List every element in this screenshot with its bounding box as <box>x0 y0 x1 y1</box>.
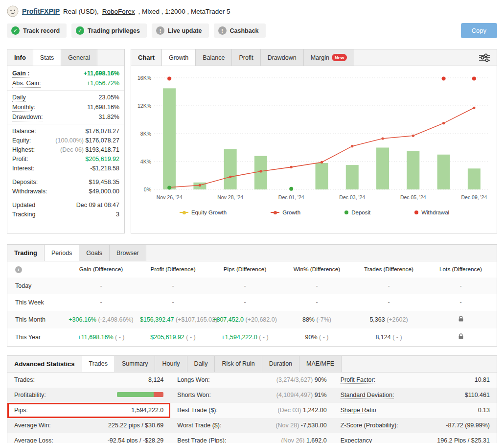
value-text: 10.81 <box>475 376 490 383</box>
tab-periods[interactable]: Periods <box>44 245 79 261</box>
tab-summary[interactable]: Summary <box>115 356 155 372</box>
tab-general[interactable]: General <box>61 49 97 66</box>
info-icon[interactable]: i <box>15 266 22 273</box>
tab-label: General <box>68 54 90 61</box>
copy-button[interactable]: Copy <box>461 23 497 38</box>
bar-nov-29 <box>254 156 267 189</box>
value-text: $176,078.27 <box>85 128 119 135</box>
legend-growth[interactable]: Growth <box>271 210 300 215</box>
legend-label: Equity Growth <box>191 210 227 215</box>
deposit-marker <box>289 187 293 191</box>
legend-equity-growth[interactable]: Equity Growth <box>180 210 227 215</box>
period-cell: 5,363 (+2602) <box>353 311 425 328</box>
badge-cashback[interactable]: !Cashback <box>214 23 266 38</box>
period-cell: - <box>281 278 353 294</box>
panel-title-info: Info <box>7 49 33 66</box>
y-tick-label: 4K% <box>140 159 151 164</box>
value-prefix: (3,274/3,627) <box>276 376 315 383</box>
badges-row: ✓Track record✓Trading privileges!Live up… <box>7 23 497 38</box>
cell-value: - <box>388 282 389 289</box>
period-cell: - <box>353 294 425 311</box>
stats-label: Trades: <box>14 376 35 383</box>
period-cell: 8,124 ( - ) <box>353 328 425 346</box>
tab-goals[interactable]: Goals <box>79 245 109 261</box>
cell-value: +306.16% <box>69 316 96 323</box>
tab-label: MAE/MFE <box>306 360 334 367</box>
value-text: 1,692.0 <box>306 437 327 443</box>
period-cell: +807,452.0 (+20,682.0) <box>209 311 281 328</box>
info-value: 11,698.16% <box>87 103 119 111</box>
value-text: 225.22 pips / $30.69 <box>108 422 163 429</box>
info-label: Daily <box>12 93 26 102</box>
stats-row-profitability: Profitability: <box>7 388 170 403</box>
account-name-link[interactable]: ProfitFXPIP <box>22 7 60 15</box>
value-prefix: (Nov 26) <box>281 437 306 443</box>
lock-icon <box>458 333 464 340</box>
cell-value: $156,392.47 <box>140 316 174 323</box>
stats-row-average-win: Average Win:225.22 pips / $30.69 <box>7 418 170 433</box>
tab-label: Hourly <box>162 360 180 367</box>
cell-value: $205,619.92 <box>150 334 184 341</box>
profitability-red-bar <box>154 392 163 397</box>
info-value: 31.82% <box>99 113 119 121</box>
growth-point <box>381 137 384 140</box>
tab-risk-of-ruin[interactable]: Risk of Ruin <box>214 356 261 372</box>
x-tick-label: Dec 09, '24 <box>461 194 487 200</box>
bar-dec-02 <box>316 163 328 189</box>
check-icon: ✓ <box>76 26 84 35</box>
period-cell: - <box>137 278 209 294</box>
legend-withdrawal[interactable]: Withdrawal <box>414 210 449 215</box>
chart-settings-icon[interactable] <box>479 53 490 62</box>
value-text: -7,530.00 <box>301 422 327 429</box>
broker-link[interactable]: RoboForex <box>102 8 135 15</box>
column-header-trades-difference: Trades (Difference) <box>353 261 425 278</box>
stats-row-average-loss: Average Loss:-92.54 pips / -$28.29 <box>7 433 170 443</box>
cell-value: +1,594,222.0 <box>221 334 257 341</box>
value-text: 31.82% <box>99 114 119 120</box>
period-cell: +11,698.16% ( - ) <box>65 328 137 346</box>
tab-daily[interactable]: Daily <box>187 356 215 372</box>
info-label: Tracking <box>12 210 35 218</box>
info-rows: Gain :+11,698.16%Abs. Gain:+1,056.72%Dai… <box>7 66 124 219</box>
bar-nov-28 <box>224 149 237 189</box>
profitability-green-bar <box>117 392 154 397</box>
value-text: 196.2 Pips / $25.31 <box>437 437 490 443</box>
cell-value: 88% <box>302 316 315 323</box>
account-avatar <box>7 5 19 17</box>
value-text: 8,124 <box>148 376 163 383</box>
tab-profit[interactable]: Profit <box>231 49 260 66</box>
info-row-daily: Daily23.05% <box>7 93 124 102</box>
tab-drawdown[interactable]: Drawdown <box>260 49 303 66</box>
tab-stats[interactable]: Stats <box>33 49 61 66</box>
tab-duration[interactable]: Duration <box>262 356 299 372</box>
value-text: 90% <box>315 376 327 383</box>
tab-growth[interactable]: Growth <box>161 49 195 66</box>
growth-chart-area: 0%4K%8K%12K%16K%Nov 26, '24Nov 28, '24De… <box>131 66 497 215</box>
bar-dec-06 <box>437 155 450 189</box>
tab-balance[interactable]: Balance <box>195 49 231 66</box>
badge-track-record[interactable]: ✓Track record <box>7 23 67 38</box>
badge-trading-privileges[interactable]: ✓Trading privileges <box>71 23 147 38</box>
withdrawal-marker <box>472 76 476 80</box>
x-tick-label: Dec 05, '24 <box>400 194 426 200</box>
stats-value: -87.72 (99.99%) <box>446 422 490 429</box>
stats-value: (4,109/4,497) 91% <box>276 392 327 398</box>
info-row-profit: Profit:$205,619.92 <box>7 154 124 163</box>
legend-deposit[interactable]: Deposit <box>344 210 370 215</box>
account-stats-page: ProfitFXPIP Real (USD), RoboForex , Mixe… <box>0 0 504 443</box>
stats-value: 10.81 <box>475 376 490 383</box>
stats-value <box>117 392 163 398</box>
value-prefix: (Dec 03) <box>278 407 303 414</box>
cell-value: - <box>100 282 102 289</box>
avatar-face-icon <box>7 5 19 17</box>
growth-point <box>442 122 445 124</box>
chart-legend: Equity GrowthGrowthDepositWithdrawal <box>132 210 497 215</box>
badge-live-update[interactable]: !Live update <box>152 23 208 38</box>
tab-margin[interactable]: MarginNew <box>303 49 355 66</box>
tab-mae-mfe[interactable]: MAE/MFE <box>299 356 342 372</box>
tab-browser[interactable]: Browser <box>109 245 146 261</box>
tab-hourly[interactable]: Hourly <box>155 356 186 372</box>
tab-label: Duration <box>269 360 292 367</box>
tab-trades[interactable]: Trades <box>82 356 115 372</box>
tab-label: Risk of Ruin <box>222 360 254 367</box>
